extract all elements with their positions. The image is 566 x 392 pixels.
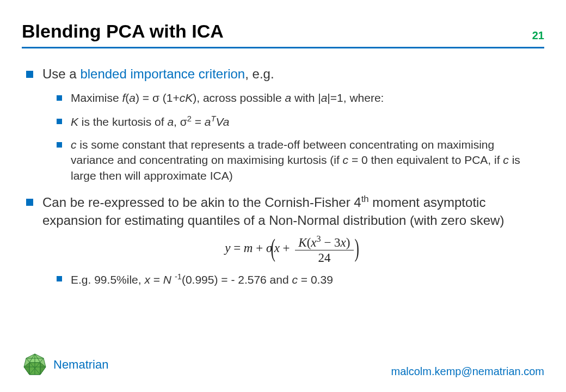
superscript-neg1: -1 (175, 272, 182, 281)
text: = (150, 273, 163, 286)
page-number: 21 (532, 29, 544, 42)
superscript-2: 2 (187, 114, 192, 123)
big-lparen: ( (271, 236, 275, 261)
var-x: x (341, 236, 346, 249)
superscript-3: 3 (317, 234, 321, 243)
numerator: K(x3 − 3x) (295, 235, 353, 250)
nematrian-logo-icon (22, 352, 48, 378)
op-plus: + (253, 241, 266, 255)
contact-email: malcolm.kemp@nematrian.com (391, 365, 545, 378)
text: , σ (174, 115, 187, 128)
fraction: K(x3 − 3x)24 (295, 235, 353, 264)
rparen: ) (346, 236, 350, 249)
op-minus-3: − 3 (321, 236, 341, 249)
big-rparen: ) (354, 236, 359, 261)
bullet-1a: Maximise f(a) = σ (1+cK), across possibl… (57, 90, 540, 106)
text: (0.995) = - 2.576 and (182, 273, 292, 286)
header: Blending PCA with ICA 21 (22, 21, 544, 42)
text: = (192, 115, 205, 128)
text: ) = σ (1+ (136, 91, 180, 104)
var-a: a (167, 115, 174, 128)
content-area: Use a blended importance criterion, e.g.… (26, 65, 540, 297)
brand-name: Nematrian (53, 358, 108, 372)
text: = 0.39 (298, 273, 333, 286)
slide: Blending PCA with ICA 21 Use a blended i… (0, 0, 566, 392)
var-a: a (285, 91, 291, 104)
text: Maximise (71, 91, 122, 104)
var-cK: cK (180, 91, 193, 104)
var-a: a (205, 115, 211, 128)
var-c: c (503, 154, 509, 166)
bullet-1c: c is some constant that represents a tra… (57, 137, 540, 183)
var-y: y (225, 241, 230, 255)
var-c: c (71, 138, 77, 151)
var-m: m (244, 241, 253, 255)
text: with | (291, 91, 321, 104)
superscript-th: th (361, 194, 369, 204)
text: Use a (42, 66, 80, 81)
text: is the kurtosis of (78, 115, 167, 128)
brand: Nematrian (22, 352, 108, 378)
bullet-list-level2: Maximise f(a) = σ (1+cK), across possibl… (57, 90, 540, 183)
var-K: K (71, 115, 78, 128)
var-x: x (311, 236, 316, 249)
formula-cornish-fisher: y = m + σ(x + K(x3 − 3x)24) (42, 235, 540, 264)
var-N: N (163, 273, 171, 286)
var-Va: Va (216, 115, 230, 128)
var-c: c (343, 154, 349, 166)
bullet-2a: E.g. 99.5%ile, x = N -1(0.995) = - 2.576… (57, 272, 540, 287)
bullet-1b: K is the kurtosis of a, σ2 = aTVa (57, 114, 540, 130)
text: Can be re-expressed to be akin to the Co… (42, 195, 361, 210)
slide-title: Blending PCA with ICA (22, 21, 224, 42)
op-plus: + (280, 241, 293, 255)
var-K: K (298, 236, 306, 249)
bullet-list-level2: E.g. 99.5%ile, x = N -1(0.995) = - 2.576… (57, 272, 540, 287)
bullet-list-level1: Use a blended importance criterion, e.g.… (26, 65, 540, 287)
text: E.g. 99.5%ile, (71, 273, 144, 286)
bullet-2: Can be re-expressed to be akin to the Co… (26, 193, 540, 287)
denominator: 24 (295, 250, 353, 264)
var-c: c (292, 273, 298, 286)
text: = 0 then equivalent to PCA, if (348, 154, 503, 166)
highlight-text: blended importance criterion (80, 66, 245, 81)
text: ), across possible (193, 91, 285, 104)
bullet-1: Use a blended importance criterion, e.g.… (26, 65, 540, 183)
superscript-T: T (211, 114, 216, 123)
op-eq: = (230, 241, 243, 255)
var-x: x (144, 273, 150, 286)
var-a: a (321, 91, 328, 104)
text: , e.g. (245, 66, 274, 81)
footer: Nematrian malcolm.kemp@nematrian.com (22, 352, 544, 378)
var-a: a (129, 91, 136, 104)
title-underline (22, 47, 544, 48)
text: |=1, where: (327, 91, 384, 104)
